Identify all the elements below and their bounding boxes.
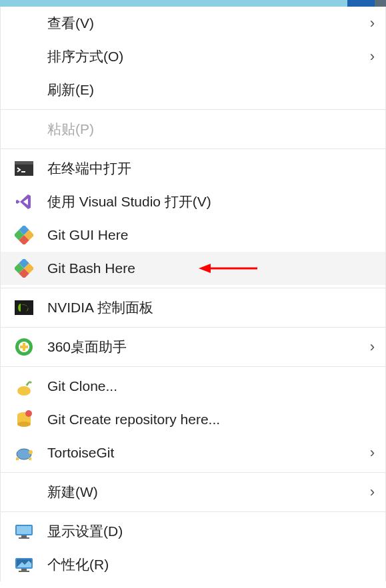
menu-item-git-clone[interactable]: Git Clone...	[1, 370, 385, 403]
svg-rect-31	[17, 526, 31, 534]
git-icon	[1, 226, 47, 244]
svg-rect-37	[19, 571, 29, 572]
menu-item-tortoisegit[interactable]: TortoiseGit ›	[1, 436, 385, 469]
svg-rect-28	[16, 457, 19, 460]
svg-point-20	[17, 386, 31, 396]
chevron-right-icon: ›	[360, 338, 375, 356]
menu-separator	[1, 109, 385, 110]
personalize-icon	[1, 556, 47, 573]
menu-item-label: 个性化(R)	[47, 555, 375, 574]
menu-item-git-bash[interactable]: Git Bash Here	[1, 252, 385, 285]
menu-item-view[interactable]: 查看(V) ›	[1, 7, 385, 40]
svg-point-27	[29, 450, 33, 454]
menu-separator	[1, 366, 385, 367]
menu-item-label: Git Clone...	[47, 378, 375, 394]
nvidia-icon	[1, 300, 47, 315]
menu-item-label: 新建(W)	[47, 483, 360, 501]
tortoisegit-clone-icon	[1, 376, 47, 396]
svg-rect-29	[29, 457, 31, 460]
tortoisegit-icon	[1, 444, 47, 461]
chevron-right-icon: ›	[360, 444, 375, 461]
chevron-right-icon: ›	[360, 15, 375, 32]
svg-rect-19	[20, 346, 28, 348]
menu-item-git-gui[interactable]: Git GUI Here	[1, 218, 385, 252]
menu-item-label: 使用 Visual Studio 打开(V)	[47, 192, 375, 211]
chevron-right-icon: ›	[360, 483, 375, 501]
menu-item-label: NVIDIA 控制面板	[47, 298, 375, 317]
svg-rect-32	[21, 535, 27, 537]
menu-item-open-visual-studio[interactable]: 使用 Visual Studio 打开(V)	[1, 185, 385, 218]
visual-studio-icon	[1, 192, 47, 211]
menu-item-open-terminal[interactable]: 在终端中打开	[1, 152, 385, 185]
menu-item-label: 排序方式(O)	[47, 47, 360, 66]
window-titlebar	[0, 0, 386, 7]
menu-item-label: 查看(V)	[47, 14, 360, 33]
menu-item-label: 在终端中打开	[47, 159, 375, 178]
menu-separator	[1, 148, 385, 149]
annotation-arrow-icon	[199, 260, 259, 276]
menu-separator	[1, 472, 385, 473]
svg-point-23	[17, 422, 31, 427]
menu-item-refresh[interactable]: 刷新(E)	[1, 73, 385, 107]
tortoisegit-repo-icon	[1, 410, 47, 430]
menu-item-sort[interactable]: 排序方式(O) ›	[1, 40, 385, 73]
menu-item-new[interactable]: 新建(W) ›	[1, 475, 385, 509]
menu-item-label: Git Create repository here...	[47, 412, 375, 428]
menu-item-label: 刷新(E)	[47, 81, 375, 99]
360-icon	[1, 337, 47, 357]
menu-item-personalize[interactable]: 个性化(R)	[1, 548, 385, 581]
menu-separator	[1, 288, 385, 288]
context-menu: 查看(V) › 排序方式(O) › 刷新(E) 粘贴(P) 在终端中打开 使用 …	[0, 7, 386, 581]
menu-item-paste: 粘贴(P)	[1, 113, 385, 146]
menu-item-label: 360桌面助手	[47, 338, 360, 356]
menu-separator	[1, 327, 385, 328]
menu-item-label: 显示设置(D)	[47, 522, 375, 541]
svg-point-24	[25, 410, 32, 417]
git-icon	[1, 259, 47, 278]
menu-item-nvidia[interactable]: NVIDIA 控制面板	[1, 291, 385, 324]
menu-item-git-create-repo[interactable]: Git Create repository here...	[1, 403, 385, 436]
svg-rect-33	[19, 537, 29, 539]
menu-separator	[1, 511, 385, 512]
svg-marker-14	[199, 264, 211, 273]
menu-item-display-settings[interactable]: 显示设置(D)	[1, 515, 385, 548]
terminal-icon	[1, 161, 47, 176]
svg-rect-1	[15, 161, 33, 164]
menu-item-label: TortoiseGit	[47, 445, 360, 461]
menu-item-label: 粘贴(P)	[47, 120, 375, 139]
menu-item-360[interactable]: 360桌面助手 ›	[1, 330, 385, 364]
svg-rect-15	[15, 300, 33, 315]
svg-rect-36	[21, 569, 27, 571]
menu-item-label: Git GUI Here	[47, 227, 375, 243]
chevron-right-icon: ›	[360, 48, 375, 65]
display-settings-icon	[1, 523, 47, 540]
